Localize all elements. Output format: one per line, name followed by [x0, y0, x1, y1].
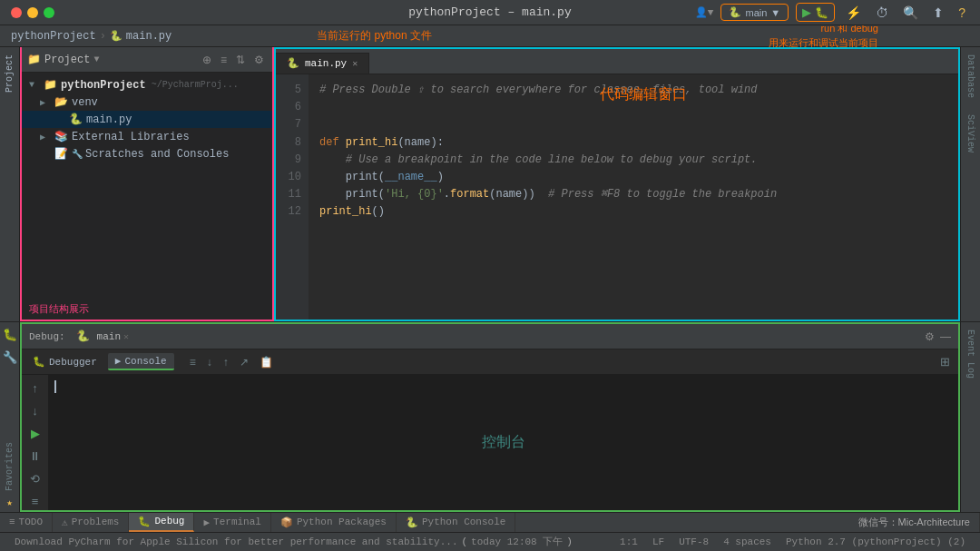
scratch-icon: 📝 — [54, 147, 68, 161]
sidebar-item-sciview[interactable]: SciView — [964, 111, 977, 156]
panel-sort-btn[interactable]: ⇅ — [233, 53, 248, 67]
debug-tab-close[interactable]: ✕ — [123, 331, 129, 342]
status-encoding[interactable]: UTF-8 — [671, 536, 716, 547]
venv-folder-icon: 📂 — [54, 95, 68, 109]
search-button[interactable]: 🔍 — [899, 4, 922, 22]
status-python[interactable]: Python 2.7 (pythonProject) (2) — [779, 536, 973, 547]
status-download-msg[interactable]: Download PyCharm for Apple Silicon for b… — [7, 533, 580, 551]
debug-rerun-btn[interactable]: 🐛 — [1, 326, 19, 343]
update-button[interactable]: ⬆ — [929, 4, 947, 22]
download-text: Download PyCharm for Apple Silicon for b… — [15, 536, 457, 547]
tree-item-venv[interactable]: ▶ 📂 venv — [22, 93, 272, 111]
folder-icon: 📁 — [27, 53, 41, 66]
debug-up-arrow[interactable]: ↑ — [27, 379, 43, 398]
sidebar-eventlog-label[interactable]: Event Log — [965, 326, 975, 382]
status-lf[interactable]: LF — [645, 536, 671, 547]
python-console-label: Python Console — [422, 517, 505, 527]
debug-stack-btn[interactable]: ≡ — [27, 492, 44, 510]
debug-tab-debugger[interactable]: 🐛 Debugger — [25, 354, 104, 369]
sidebar-favorites-label[interactable]: Favorites — [5, 442, 15, 491]
py-file-icon: 🐍 — [69, 113, 83, 126]
help-button[interactable]: ? — [955, 4, 969, 22]
debug-play-btn[interactable]: ▶ — [26, 424, 44, 443]
tree-item-main[interactable]: 🐍 main.py — [22, 111, 272, 128]
status-position[interactable]: 1:1 — [612, 536, 645, 547]
favorites-star-icon[interactable]: ★ — [6, 497, 13, 508]
panel-collapse-btn[interactable]: ≡ — [218, 53, 230, 67]
tree-item-ext-libs[interactable]: ▶ 📚 External Libraries — [22, 128, 272, 145]
tab-python-packages[interactable]: 📦 Python Packages — [271, 513, 397, 531]
run-config-button[interactable]: 🐍 main ▼ — [720, 4, 789, 21]
debug-layout-btn: ⊞ — [936, 352, 955, 371]
sidebar-item-database[interactable]: Database — [964, 51, 977, 102]
breadcrumb-file: 🐍 main.py — [110, 30, 172, 43]
project-panel: 📁 Project ▼ ⊕ ≡ ⇅ ⚙ ▼ 📁 pythonProject ~ — [20, 47, 274, 321]
folder-icon: 📁 — [44, 78, 57, 92]
debug-down-arrow[interactable]: ↓ — [27, 401, 43, 420]
code-view: 5 6 7 8 9 10 11 12 # Press Double ⇧ to s… — [276, 74, 958, 320]
debug-wrap-btn[interactable]: ⟲ — [25, 469, 44, 488]
tree-item-scratches[interactable]: 📝 🔧Scratches and Consoles — [22, 145, 272, 162]
python-console-icon: 🐍 — [406, 517, 418, 528]
editor-tab-main[interactable]: 🐍 main.py ✕ — [276, 53, 369, 74]
tab-python-console[interactable]: 🐍 Python Console — [397, 513, 515, 531]
tree-label-ext: External Libraries — [72, 131, 190, 143]
debug-console-content[interactable]: 控制台 — [49, 375, 958, 510]
right-strip-bottom: Event Log — [960, 322, 980, 512]
window-title: pythonProject – main.py — [408, 5, 571, 19]
tab-debug[interactable]: 🐛 Debug — [129, 513, 194, 531]
status-indent[interactable]: 4 spaces — [716, 536, 779, 547]
breadcrumb-project[interactable]: pythonProject — [11, 30, 96, 43]
code-content[interactable]: # Press Double ⇧ to search everywhere fo… — [309, 74, 958, 320]
close-button[interactable] — [11, 7, 22, 18]
debug-pause-btn[interactable]: ⏸ — [24, 447, 45, 466]
maximize-button[interactable] — [44, 7, 54, 18]
debug-annotation: run 和 debug 用来运行和调试当前项目 — [769, 22, 878, 50]
left-sidebar-strip: Project — [0, 47, 20, 321]
panel-settings-btn[interactable]: ⚙ — [251, 53, 267, 67]
editor-area: 🐍 main.py ✕ 5 6 7 8 9 10 11 12 # Press — [274, 47, 960, 321]
console-arrow-icon: ▶ — [115, 355, 122, 367]
file-tree: ▼ 📁 pythonProject ~/PycharmProj... ▶ 📂 v… — [22, 73, 272, 299]
tree-label-main: main.py — [86, 113, 132, 126]
step-up-btn[interactable]: ↑ — [219, 353, 233, 371]
tree-item-root[interactable]: ▼ 📁 pythonProject ~/PycharmProj... — [22, 76, 272, 93]
debug-tab-name[interactable]: main ✕ — [97, 331, 129, 342]
tree-arrow-venv: ▶ — [40, 97, 51, 108]
terminal-icon: ▶ — [203, 517, 210, 528]
panel-title: 📁 Project ▼ — [27, 53, 99, 66]
debug-settings-btn[interactable]: ⚙ — [925, 330, 935, 343]
line-numbers: 5 6 7 8 9 10 11 12 — [276, 74, 309, 320]
breadcrumb-separator: › — [100, 30, 106, 43]
step-over-btn[interactable]: ≡ — [185, 353, 201, 371]
console-annotation: 控制台 — [482, 433, 525, 452]
terminal-label: Terminal — [213, 517, 261, 527]
profile-button[interactable]: ⏱ — [872, 4, 892, 22]
run-cursor-btn[interactable]: ↗ — [235, 353, 253, 371]
run-annotation: 当前运行的 python 文件 — [317, 28, 432, 44]
debugger-label: Debugger — [49, 357, 97, 368]
debugger-icon: 🐛 — [33, 356, 45, 368]
debug-minimize-btn[interactable]: — — [940, 330, 951, 343]
tab-filename: main.py — [305, 58, 347, 69]
editor-tabs: 🐍 main.py ✕ — [276, 49, 958, 74]
right-sidebar-strip: Database SciView — [960, 47, 980, 321]
tree-label-scratch: 🔧Scratches and Consoles — [72, 148, 229, 161]
tab-todo[interactable]: ≡ TODO — [0, 513, 53, 531]
tree-label-root: pythonProject — [61, 79, 146, 92]
layout-icon[interactable]: ⊞ — [936, 352, 955, 371]
debug-tab-console[interactable]: ▶ Console — [108, 353, 174, 370]
sidebar-item-project[interactable]: Project — [3, 51, 16, 96]
coverage-button[interactable]: ⚡ — [842, 4, 865, 22]
evaluate-btn[interactable]: 📋 — [255, 353, 278, 371]
debug-structure-btn[interactable]: 🔧 — [1, 349, 19, 366]
panel-sync-btn[interactable]: ⊕ — [200, 53, 214, 67]
minimize-button[interactable] — [27, 7, 38, 18]
bottom-section: 🐛 🔧 Favorites ★ Debug: 🐍 main ✕ ⚙ — — [0, 321, 980, 512]
tab-terminal[interactable]: ▶ Terminal — [194, 513, 270, 531]
tab-close-icon[interactable]: ✕ — [352, 58, 358, 69]
run-button-group[interactable]: ▶ 🐛 — [796, 3, 835, 22]
step-down-btn[interactable]: ↓ — [202, 353, 217, 371]
tab-problems[interactable]: ⚠ Problems — [53, 513, 129, 531]
debug-header: Debug: 🐍 main ✕ ⚙ — — [22, 324, 958, 349]
